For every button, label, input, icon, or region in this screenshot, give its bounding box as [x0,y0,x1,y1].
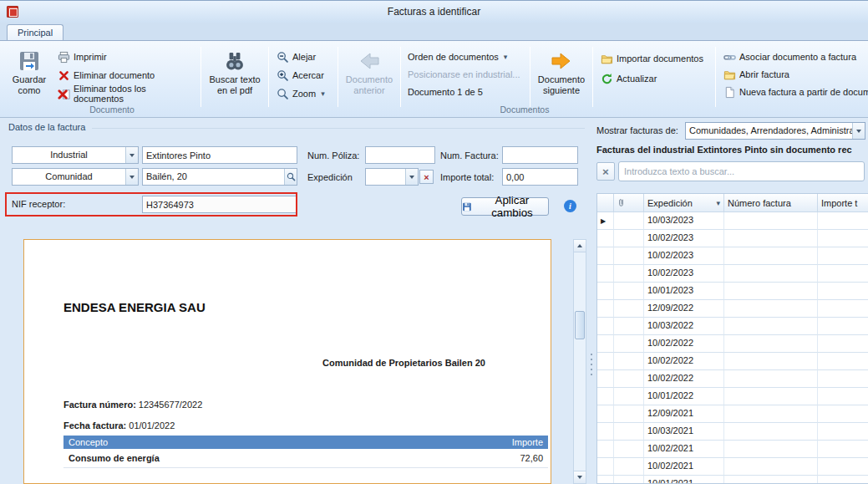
documento-anterior-label-1: Documento [346,74,393,85]
invoice-row[interactable]: 10/02/2022 [597,335,868,353]
invoice-numero-cell [724,318,818,335]
invoice-row[interactable]: 12/09/2022 [597,300,868,318]
invoice-row[interactable]: ▶ 10/03/2023 [597,212,868,230]
nif-receptor-input[interactable] [142,196,297,213]
invoice-search-input[interactable] [618,161,865,181]
numero-factura-column-header[interactable]: Número factura [724,194,818,212]
posicionarse-button[interactable]: Posicionarse en industrial... [404,68,526,81]
invoice-importe-cell [818,353,868,370]
comunidad-name-value: Bailén, 20 [143,169,284,185]
new-document-icon [723,85,736,99]
documento-anterior-button[interactable]: Documento anterior [342,45,397,96]
invoice-importe-cell [818,247,868,265]
eliminar-documento-button[interactable]: Eliminar documento [53,67,197,84]
num-poliza-input[interactable] [365,146,435,164]
comunidad-name-field[interactable]: Bailén, 20 [142,168,297,186]
ribbon-divider [592,47,593,107]
acercar-button[interactable]: Acercar [272,67,334,84]
pdf-scrollbar[interactable] [573,239,586,484]
form-group-rule [92,128,585,129]
abrir-factura-button[interactable]: Abrir factura [719,68,868,81]
pdf-preview[interactable]: ENDESA ENERGIA SAU Comunidad de Propieta… [23,239,551,484]
num-factura-input[interactable] [502,146,578,164]
filter-arrow-icon[interactable]: ▾ [713,199,720,207]
pdf-recipient: Comunidad de Propietarios Bailen 20 [322,358,485,368]
guardar-como-button[interactable]: Guardar como [5,45,53,96]
zoom-button[interactable]: Zoom ▾ [272,85,334,102]
invoice-row[interactable]: 10/02/2022 [597,370,868,388]
expedicion-combo[interactable] [365,168,419,186]
buscar-texto-label-1: Buscar texto [209,74,260,85]
aplicar-cambios-button[interactable]: Aplicar cambios [461,197,549,216]
expedicion-column-header[interactable]: Expedición ▾ [644,194,724,212]
mostrar-facturas-combo[interactable]: Comunidades, Arrendadores, Administrador [685,122,865,140]
pdf-invoice-date-value: 01/01/2022 [126,420,175,431]
documento-siguiente-button[interactable]: Documento siguiente [534,45,589,96]
importar-documentos-button[interactable]: Importar documentos [596,52,712,65]
industrial-combo[interactable]: Industrial [12,146,139,164]
invoice-numero-cell [724,247,818,265]
invoice-row[interactable]: 10/01/2021 [597,476,868,484]
asociar-documento-label: Asociar documento a factura [739,52,856,62]
invoice-importe-cell [818,230,868,247]
clear-search-button[interactable]: × [596,162,615,181]
eliminar-documento-label: Eliminar documento [74,70,155,80]
group-label-documento: Documento [77,104,147,115]
invoice-row[interactable]: 10/02/2023 [597,265,868,283]
expedicion-combo-arrow[interactable] [405,169,418,185]
invoice-attachment-cell [614,388,644,405]
orden-documentos-dropdown-icon: ▾ [504,53,508,61]
invoice-row[interactable]: 10/02/2023 [597,230,868,247]
invoice-row[interactable]: 10/01/2022 [597,388,868,405]
invoice-row[interactable]: 10/02/2021 [597,458,868,476]
importe-total-label: Importe total: [440,172,494,182]
scroll-down-button[interactable] [574,471,586,483]
industrial-name-input[interactable] [142,146,297,164]
invoice-numero-cell [724,441,818,458]
nueva-factura-button[interactable]: Nueva factura a partir de docume [719,85,868,99]
ribbon-divider [530,47,530,107]
expedicion-clear-button[interactable]: × [419,170,434,184]
scroll-up-button[interactable] [574,240,586,252]
comunidad-combo-arrow[interactable] [125,169,138,185]
invoice-row[interactable]: 12/09/2021 [597,405,868,423]
invoice-row[interactable]: 10/02/2022 [597,353,868,370]
invoice-attachment-cell [614,423,644,441]
invoices-panel: Mostrar facturas de: Comunidades, Arrend… [595,118,868,484]
invoices-grid: Expedición ▾ Número factura Importe t ▶ … [596,193,868,484]
nueva-factura-label: Nueva factura a partir de docume [739,87,868,97]
invoice-row[interactable]: 10/03/2022 [597,318,868,335]
comunidad-combo[interactable]: Comunidad [12,168,139,186]
invoice-numero-cell [724,388,818,405]
posicionarse-label: Posicionarse en industrial... [408,69,520,79]
tab-principal[interactable]: Principal [7,24,63,41]
imprimir-button[interactable]: Imprimir [53,48,197,65]
eliminar-todos-button[interactable]: Eliminar todos los documentos [53,85,197,102]
invoice-row[interactable]: 10/02/2023 [597,247,868,265]
invoice-attachment-cell [614,318,644,335]
comunidad-search-button[interactable] [284,169,297,185]
alejar-button[interactable]: Alejar [272,48,334,65]
importe-column-header[interactable]: Importe t [818,194,868,212]
invoice-row[interactable]: 10/03/2021 [597,423,868,441]
num-poliza-label: Num. Póliza: [307,150,359,160]
previous-arrow-icon [356,48,383,74]
industrial-combo-arrow[interactable] [125,147,138,163]
scrollbar-thumb[interactable] [575,311,585,339]
importe-total-input[interactable] [502,168,578,186]
invoice-attachment-cell [614,300,644,318]
eliminar-todos-label: Eliminar todos los documentos [74,84,194,104]
asociar-documento-button[interactable]: Asociar documento a factura [719,50,868,64]
invoice-row[interactable]: 10/01/2023 [597,283,868,300]
mostrar-facturas-label: Mostrar facturas de: [596,125,678,135]
info-icon[interactable]: i [564,200,576,212]
mostrar-facturas-arrow[interactable] [852,123,865,139]
attachment-column-header[interactable] [614,194,644,212]
actualizar-button[interactable]: Actualizar [596,72,712,85]
invoice-expedicion-cell: 10/03/2023 [644,212,724,230]
buscar-texto-button[interactable]: Buscar texto en el pdf [205,45,265,96]
orden-documentos-button[interactable]: Orden de documentos ▾ [404,50,526,64]
invoice-row[interactable]: 10/02/2021 [597,441,868,458]
pdf-company-name: ENDESA ENERGIA SAU [63,300,206,314]
panel-splitter[interactable] [588,118,594,484]
